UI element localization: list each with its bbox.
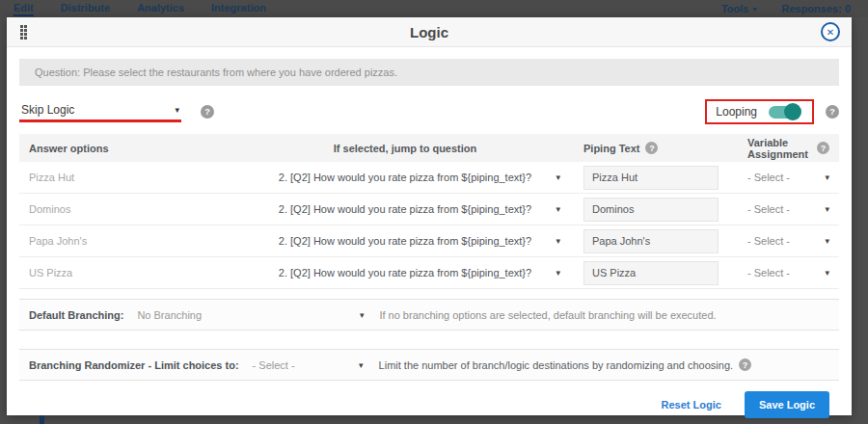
header-jump-to-question: If selected, jump to question [236, 143, 574, 154]
answer-option-label: US Pizza [19, 267, 236, 278]
chevron-down-icon: ▾ [825, 268, 829, 278]
toggle-knob [784, 103, 801, 120]
header-variable-assignment: Variable Assignment [747, 137, 811, 160]
main-menu: Edit Distribute Analytics Integration [14, 2, 266, 16]
answer-option-label: Pizza Hut [19, 172, 236, 183]
menu-item-analytics[interactable]: Analytics [137, 2, 184, 16]
jump-question-value: 2. [Q2] How would you rate pizza from ${… [279, 267, 531, 278]
piping-text-input[interactable] [583, 198, 719, 222]
help-icon[interactable]: ? [817, 142, 829, 154]
answer-option-label: Dominos [19, 203, 236, 215]
logic-modal: Logic ✕ Question: Please select the rest… [7, 17, 852, 415]
variable-assignment-select[interactable]: - Select - ▾ [738, 267, 839, 278]
chevron-down-icon: ▾ [175, 105, 179, 115]
chevron-down-icon: ▾ [360, 310, 365, 320]
modal-header: Logic ✕ [7, 17, 852, 47]
table-row: Pizza Hut 2. [Q2] How would you rate piz… [19, 162, 839, 194]
menu-item-edit[interactable]: Edit [14, 2, 34, 16]
branching-randomizer-description-text: Limit the number of branch/logic destina… [379, 359, 734, 371]
chevron-down-icon: ▾ [752, 5, 756, 13]
piping-text-input[interactable] [583, 229, 719, 253]
branching-randomizer-description: Limit the number of branch/logic destina… [379, 358, 752, 371]
chevron-down-icon: ▾ [825, 172, 829, 182]
logic-type-select[interactable]: Skip Logic ▾ [19, 101, 181, 122]
responses-count: Responses: 0 [781, 3, 851, 14]
jump-question-value: 2. [Q2] How would you rate pizza from ${… [279, 235, 531, 247]
save-logic-button[interactable]: Save Logic [745, 391, 829, 418]
variable-assignment-value: - Select - [747, 203, 790, 215]
help-icon[interactable]: ? [645, 142, 658, 154]
chevron-down-icon: ▾ [359, 360, 364, 370]
table-header-row: Answer options If selected, jump to ques… [19, 134, 839, 162]
default-branching-value: No Branching [137, 309, 202, 321]
tools-dropdown[interactable]: Tools ▾ [721, 3, 757, 14]
default-branching-select[interactable]: No Branching ▾ [137, 309, 364, 321]
table-row: US Pizza 2. [Q2] How would you rate pizz… [19, 257, 839, 289]
piping-text-input[interactable] [583, 166, 719, 190]
looping-toggle[interactable] [769, 106, 800, 119]
background-page-artifact [40, 415, 44, 424]
jump-question-select[interactable]: 2. [Q2] How would you rate pizza from ${… [236, 172, 574, 183]
help-icon[interactable]: ? [201, 105, 214, 119]
variable-assignment-select[interactable]: - Select - ▾ [738, 235, 839, 247]
jump-question-select[interactable]: 2. [Q2] How would you rate pizza from ${… [236, 235, 574, 247]
help-icon[interactable]: ? [826, 105, 839, 119]
table-row: Dominos 2. [Q2] How would you rate pizza… [19, 194, 839, 225]
jump-question-value: 2. [Q2] How would you rate pizza from ${… [279, 172, 531, 183]
question-banner: Question: Please select the restaurants … [19, 59, 839, 86]
modal-footer: Reset Logic Save Logic [19, 391, 839, 418]
branching-randomizer-select[interactable]: - Select - ▾ [253, 359, 364, 371]
header-answer-options: Answer options [19, 143, 236, 154]
variable-assignment-select[interactable]: - Select - ▾ [738, 172, 839, 183]
logic-table: Answer options If selected, jump to ques… [19, 134, 839, 289]
logic-type-row: Skip Logic ▾ ? Looping ? [19, 97, 839, 126]
default-branching-label: Default Branching: [29, 309, 123, 321]
chevron-down-icon: ▾ [556, 236, 560, 246]
branching-randomizer-value: - Select - [253, 359, 295, 371]
close-icon[interactable]: ✕ [821, 22, 840, 41]
chevron-down-icon: ▾ [556, 268, 560, 278]
jump-question-select[interactable]: 2. [Q2] How would you rate pizza from ${… [236, 267, 574, 278]
top-navigation-bar: Edit Distribute Analytics Integration To… [0, 0, 868, 17]
answer-option-label: Papa John's [19, 235, 236, 247]
drag-handle-icon[interactable] [20, 25, 27, 40]
looping-group: Looping ? [705, 99, 839, 124]
chevron-down-icon: ▾ [556, 172, 560, 182]
chevron-down-icon: ▾ [556, 204, 560, 214]
variable-assignment-value: - Select - [747, 267, 790, 278]
red-box-annotation: Looping [705, 99, 814, 124]
logic-type-value: Skip Logic [21, 103, 74, 117]
variable-assignment-value: - Select - [747, 235, 790, 247]
jump-question-value: 2. [Q2] How would you rate pizza from ${… [279, 203, 531, 215]
menu-item-integration[interactable]: Integration [211, 2, 266, 16]
red-underline-annotation [19, 119, 181, 122]
branching-randomizer-band: Branching Randomizer - Limit choices to:… [19, 349, 839, 381]
default-branching-band: Default Branching: No Branching ▾ If no … [19, 299, 839, 331]
chevron-down-icon: ▾ [825, 236, 829, 246]
variable-assignment-value: - Select - [747, 172, 790, 183]
branching-randomizer-label: Branching Randomizer - Limit choices to: [29, 359, 239, 371]
chevron-down-icon: ▾ [825, 204, 829, 214]
variable-assignment-select[interactable]: - Select - ▾ [738, 203, 839, 215]
header-piping-text: Piping Text [583, 143, 639, 154]
reset-logic-link[interactable]: Reset Logic [662, 399, 721, 411]
piping-text-input[interactable] [583, 261, 719, 285]
jump-question-select[interactable]: 2. [Q2] How would you rate pizza from ${… [236, 203, 574, 215]
table-row: Papa John's 2. [Q2] How would you rate p… [19, 225, 839, 257]
looping-label: Looping [716, 105, 757, 119]
modal-title: Logic [410, 24, 448, 40]
help-icon[interactable]: ? [739, 358, 751, 371]
menu-item-distribute[interactable]: Distribute [61, 2, 110, 16]
tools-label: Tools [721, 3, 749, 14]
default-branching-description: If no branching options are selected, de… [379, 309, 716, 321]
